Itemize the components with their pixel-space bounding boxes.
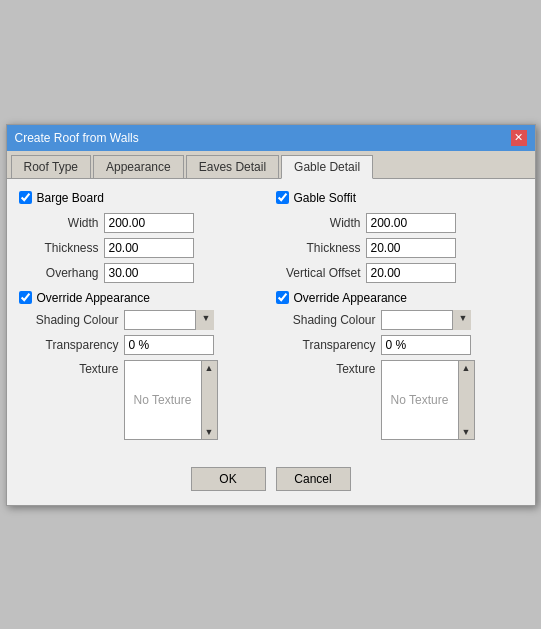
dialog-footer: OK Cancel [7,457,535,505]
barge-texture-scroll[interactable]: ▲ ▼ [202,360,218,440]
barge-board-checkbox[interactable] [19,191,32,204]
tab-appearance[interactable]: Appearance [93,155,184,178]
gable-scroll-down-icon: ▼ [462,427,471,437]
gable-soffit-section: Gable Soffit Width Thickness Vertical Of… [276,191,523,445]
gable-texture-scroll[interactable]: ▲ ▼ [459,360,475,440]
gable-voffset-input[interactable] [366,263,456,283]
gable-transparency-row: Transparency [276,335,523,355]
gable-thickness-row: Thickness [276,238,523,258]
gable-voffset-label: Vertical Offset [276,266,361,280]
barge-shading-select-wrapper [124,310,214,330]
close-button[interactable]: ✕ [511,130,527,146]
title-bar: Create Roof from Walls ✕ [7,125,535,151]
gable-texture-box-wrapper: No Texture ▲ ▼ [381,360,475,440]
barge-thickness-input[interactable] [104,238,194,258]
gable-shading-select[interactable] [381,310,471,330]
barge-transparency-label: Transparency [19,338,119,352]
gable-width-row: Width [276,213,523,233]
gable-texture-box[interactable]: No Texture [381,360,459,440]
tab-gable-detail[interactable]: Gable Detail [281,155,373,179]
barge-texture-box[interactable]: No Texture [124,360,202,440]
gable-shading-select-wrapper [381,310,471,330]
gable-soffit-label: Gable Soffit [294,191,356,205]
barge-shading-select[interactable] [124,310,214,330]
cancel-button[interactable]: Cancel [276,467,351,491]
gable-override-row: Override Appearance [276,291,523,305]
tab-roof-type[interactable]: Roof Type [11,155,91,178]
gable-override-checkbox[interactable] [276,291,289,304]
tab-content: Barge Board Width Thickness Overhang Ove… [7,179,535,457]
barge-width-label: Width [19,216,99,230]
gable-shading-label: Shading Colour [276,313,376,327]
gable-thickness-label: Thickness [276,241,361,255]
barge-shading-row: Shading Colour [19,310,266,330]
barge-transparency-row: Transparency [19,335,266,355]
gable-override-label: Override Appearance [294,291,407,305]
gable-shading-row: Shading Colour [276,310,523,330]
barge-shading-label: Shading Colour [19,313,119,327]
dialog: Create Roof from Walls ✕ Roof Type Appea… [6,124,536,506]
barge-board-header: Barge Board [19,191,266,205]
tab-bar: Roof Type Appearance Eaves Detail Gable … [7,151,535,179]
gable-transparency-input[interactable] [381,335,471,355]
barge-width-row: Width [19,213,266,233]
barge-override-label: Override Appearance [37,291,150,305]
barge-texture-text: No Texture [134,393,192,407]
gable-scroll-up-icon: ▲ [462,363,471,373]
barge-texture-box-wrapper: No Texture ▲ ▼ [124,360,218,440]
gable-texture-label: Texture [276,360,376,376]
barge-transparency-input[interactable] [124,335,214,355]
gable-transparency-label: Transparency [276,338,376,352]
dialog-title: Create Roof from Walls [15,131,139,145]
gable-soffit-checkbox[interactable] [276,191,289,204]
gable-width-label: Width [276,216,361,230]
barge-overhang-input[interactable] [104,263,194,283]
gable-texture-row: Texture No Texture ▲ ▼ [276,360,523,440]
two-column-layout: Barge Board Width Thickness Overhang Ove… [19,191,523,445]
barge-width-input[interactable] [104,213,194,233]
barge-override-row: Override Appearance [19,291,266,305]
gable-texture-text: No Texture [391,393,449,407]
gable-soffit-header: Gable Soffit [276,191,523,205]
barge-texture-label: Texture [19,360,119,376]
barge-thickness-row: Thickness [19,238,266,258]
barge-override-checkbox[interactable] [19,291,32,304]
scroll-down-icon: ▼ [205,427,214,437]
gable-thickness-input[interactable] [366,238,456,258]
ok-button[interactable]: OK [191,467,266,491]
scroll-up-icon: ▲ [205,363,214,373]
barge-overhang-row: Overhang [19,263,266,283]
barge-thickness-label: Thickness [19,241,99,255]
gable-width-input[interactable] [366,213,456,233]
tab-eaves-detail[interactable]: Eaves Detail [186,155,279,178]
gable-voffset-row: Vertical Offset [276,263,523,283]
barge-overhang-label: Overhang [19,266,99,280]
barge-board-label: Barge Board [37,191,104,205]
barge-texture-row: Texture No Texture ▲ ▼ [19,360,266,440]
barge-board-section: Barge Board Width Thickness Overhang Ove… [19,191,266,445]
